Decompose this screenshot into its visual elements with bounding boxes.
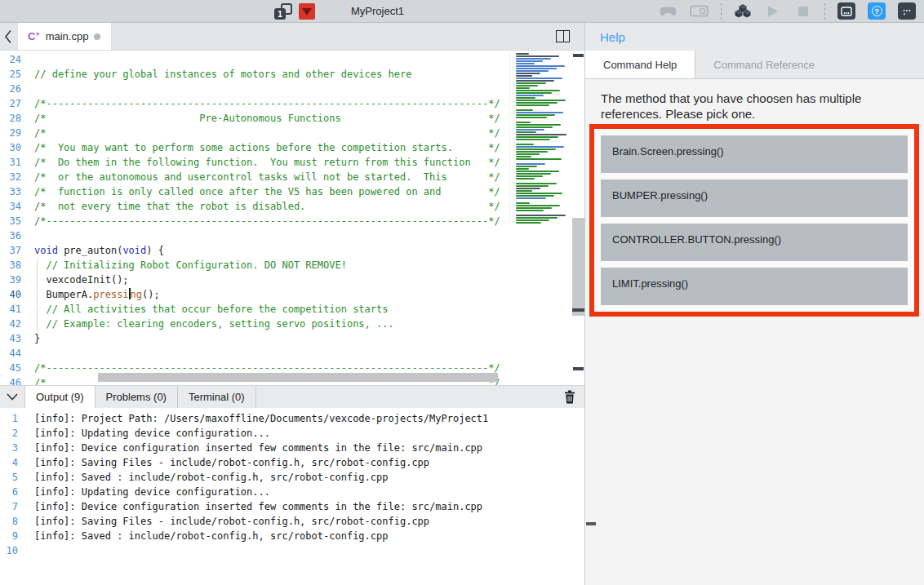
line-number: 27 xyxy=(0,96,21,111)
vex-v-glyph xyxy=(302,8,312,16)
editor-vertical-scrollbar[interactable] xyxy=(572,51,584,385)
minimap-row xyxy=(516,87,530,89)
code-line[interactable]: 25// define your global instances of mot… xyxy=(0,67,584,82)
minimap-row xyxy=(516,63,535,64)
line-number: 43 xyxy=(0,331,21,346)
collapse-panel-chevron-icon[interactable] xyxy=(0,386,24,408)
help-tab[interactable]: Command Reference xyxy=(695,51,833,78)
code-line[interactable]: 40 BumperA.pressing(); xyxy=(0,287,584,302)
console-line: 10 xyxy=(0,543,584,558)
line-number: 40 xyxy=(0,287,21,302)
code-line[interactable]: 35/*------------------------------------… xyxy=(0,214,584,228)
console-line-text: [info]: Saving Files - include/robot-con… xyxy=(18,514,429,529)
code-line[interactable]: 24 xyxy=(0,52,584,67)
line-number: 32 xyxy=(0,170,21,184)
help-header: Help xyxy=(585,23,924,51)
minimap-row xyxy=(516,114,555,116)
panel-tab[interactable]: Terminal (0) xyxy=(178,386,256,408)
output-console[interactable]: 1[info]: Project Path: /Users/maxoffline… xyxy=(0,408,584,585)
code-line[interactable]: 43} xyxy=(0,331,584,346)
overview-cursor-mark xyxy=(572,308,584,312)
code-line[interactable]: 27/*------------------------------------… xyxy=(0,96,584,111)
console-line-text: [info]: Saved : include/robot-config.h, … xyxy=(18,470,388,485)
minimap-row xyxy=(516,73,540,74)
code-line[interactable]: 31/* Do them in the following function. … xyxy=(0,155,584,170)
line-number: 25 xyxy=(0,67,21,82)
build-icon[interactable] xyxy=(734,4,752,18)
code-line[interactable]: 37void pre_auton(void) { xyxy=(0,243,584,258)
console-line-text: [info]: Device configuration inserted fe… xyxy=(18,499,482,514)
help-tab[interactable]: Command Help xyxy=(585,51,695,78)
feedback-icon[interactable] xyxy=(898,2,916,20)
code-line[interactable]: 32/* or the autonomous and usercontrol t… xyxy=(0,170,584,184)
console-line-number: 5 xyxy=(0,470,18,485)
line-number: 29 xyxy=(0,126,21,140)
code-line[interactable]: 28/* Pre-Autonomous Functions */ xyxy=(0,111,584,126)
split-editor-icon[interactable] xyxy=(556,30,570,42)
minimap-row xyxy=(516,68,557,69)
console-line-number: 9 xyxy=(0,529,18,543)
minimap-row xyxy=(516,171,559,172)
minimap-row xyxy=(516,156,531,157)
code-line[interactable]: 29/* */ xyxy=(0,126,584,140)
code-line[interactable]: 26 xyxy=(0,82,584,96)
bottom-tabs: Output (9)Problems (0)Terminal (0) xyxy=(24,386,256,408)
vertical-scrollbar-thumb[interactable] xyxy=(572,218,584,316)
minimap-row xyxy=(516,53,529,55)
run-icon[interactable] xyxy=(764,6,782,17)
console-line-number: 3 xyxy=(0,441,18,455)
line-number: 38 xyxy=(0,258,21,273)
brain-icon[interactable] xyxy=(690,5,709,17)
code-line[interactable]: 30/* You may want to perform some action… xyxy=(0,140,584,155)
minimap-row xyxy=(516,148,556,150)
minimap-row xyxy=(516,70,549,72)
console-line-number: 8 xyxy=(0,514,18,529)
minimap-row xyxy=(516,82,546,84)
code-line[interactable]: 38 // Initializing Robot Configuration. … xyxy=(0,258,584,273)
vex-logo-icon[interactable] xyxy=(299,3,315,20)
code-line[interactable]: 39 vexcodeInit(); xyxy=(0,273,584,287)
highlight-box: Brain.Screen.pressing()BUMPER.pressing()… xyxy=(589,124,919,317)
clear-output-trash-icon[interactable] xyxy=(564,390,575,407)
controller-icon[interactable] xyxy=(659,6,677,17)
minimap-row xyxy=(516,80,554,82)
panel-tab[interactable]: Output (9) xyxy=(24,386,96,408)
console-line: 9[info]: Saved : include/robot-config.h,… xyxy=(0,529,584,543)
minimap-row xyxy=(516,100,566,101)
editor-horizontal-scrollbar[interactable] xyxy=(98,373,498,382)
minimap-row xyxy=(516,90,560,91)
stop-icon[interactable] xyxy=(794,7,812,16)
code-line[interactable]: 33/* function is only called once after … xyxy=(0,184,584,199)
console-line: 6[info]: Updating device configuration..… xyxy=(0,485,584,499)
minimap-row xyxy=(516,202,530,204)
minimap-row xyxy=(516,124,561,126)
help-icon[interactable]: ? xyxy=(868,2,886,20)
code-editor[interactable]: 2425// define your global instances of m… xyxy=(0,51,584,385)
method-option[interactable]: LIMIT.pressing() xyxy=(601,268,908,305)
tab-main-cpp[interactable]: C+ main.cpp xyxy=(18,23,112,50)
panel-tab[interactable]: Problems (0) xyxy=(96,386,178,408)
code-line[interactable]: 41 // All activities that occur before t… xyxy=(0,302,584,317)
play-triangle xyxy=(768,6,778,17)
device-info-icon[interactable] xyxy=(837,2,855,20)
panel-resize-grip[interactable] xyxy=(586,522,596,525)
editor-column: C+ main.cpp 2425// define your global in… xyxy=(0,23,584,585)
minimap-row xyxy=(516,193,562,194)
line-number: 28 xyxy=(0,111,21,126)
minimap-row xyxy=(516,65,565,67)
code-line[interactable]: 42 // Example: clearing encoders, settin… xyxy=(0,317,584,331)
minimap[interactable] xyxy=(509,53,571,224)
slot-1-icon[interactable]: 1 xyxy=(274,3,292,20)
method-option[interactable]: BUMPER.pressing() xyxy=(601,179,908,217)
minimap-row xyxy=(516,92,552,94)
console-line: 1[info]: Project Path: /Users/maxoffline… xyxy=(0,411,584,426)
method-option[interactable]: CONTROLLER.BUTTON.pressing() xyxy=(601,224,908,261)
code-line[interactable]: 34/* not every time that the robot is di… xyxy=(0,199,584,214)
code-line[interactable]: 44 xyxy=(0,346,584,361)
method-option[interactable]: Brain.Screen.pressing() xyxy=(601,135,908,173)
code-line[interactable]: 36 xyxy=(0,228,584,243)
minimap-row xyxy=(516,197,546,199)
stop-square xyxy=(798,7,808,16)
console-line-text: [info]: Saving Files - include/robot-con… xyxy=(18,455,429,470)
back-chevron-icon[interactable] xyxy=(0,23,16,50)
